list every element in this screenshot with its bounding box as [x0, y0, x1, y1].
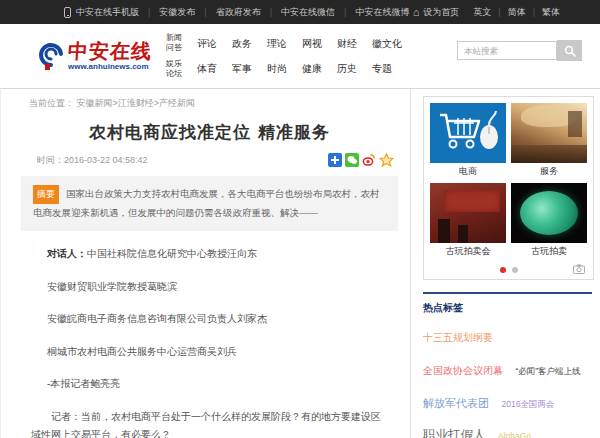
logo-swirl-icon: [36, 41, 66, 71]
article-paragraph: 桐城市农村电商公共服务中心运营商吴刘兵: [21, 343, 398, 362]
logo-title: 中安在线: [67, 41, 152, 61]
topbar-link-label[interactable]: 中安在线手机版: [76, 6, 139, 19]
topbar-link-simplified[interactable]: 简体: [491, 6, 525, 19]
article-column: 当前位置： 安徽新闻>江淮财经>产经新闻 农村电商应找准定位 精准服务 时间：2…: [1, 89, 411, 438]
nav-item-sports[interactable]: 体育: [197, 62, 217, 76]
gallery-caption: 电商: [430, 163, 506, 181]
weibo-icon[interactable]: [362, 153, 376, 167]
top-utility-bar: 中安在线手机版 安徽发布 省政府发布 中安在线微信 中安在线微博 ⌂ 设为首页 …: [0, 0, 600, 24]
gallery-caption: 服务: [511, 163, 587, 181]
logo-url: www.anhuinews.com: [68, 63, 152, 71]
hot-tag[interactable]: “必闻”客户端上线: [515, 366, 580, 376]
nav-item-video[interactable]: 网视: [302, 37, 322, 51]
site-search: [457, 40, 582, 61]
nav-item-comment[interactable]: 评论: [197, 37, 217, 51]
gallery-item-antique-auction[interactable]: 古玩拍卖: [511, 183, 587, 261]
article-paragraph: 安徽皖商电子商务信息咨询有限公司负责人刘家杰: [21, 310, 398, 329]
article-paragraph: 记者：当前，农村电商平台处于一个什么样的发展阶段？有的地方要建设区域性网上交易平…: [21, 408, 398, 438]
nav-item-fashion[interactable]: 时尚: [267, 62, 287, 76]
favorite-star-icon[interactable]: [379, 153, 394, 167]
content-area: 当前位置： 安徽新闻>江淮财经>产经新闻 农村电商应找准定位 精准服务 时间：2…: [0, 88, 600, 438]
search-button[interactable]: [557, 40, 582, 61]
nav-item-news[interactable]: 新闻: [166, 33, 182, 43]
article-paragraph: 对话人：中国社科院信息化研究中心教授汪向东: [21, 245, 398, 264]
breadcrumb-label: 当前位置：: [29, 98, 74, 108]
article-paragraph: 安徽财贸职业学院教授葛晓滨: [21, 278, 398, 297]
gallery-image-auction: [430, 183, 506, 243]
nav-item-theory[interactable]: 理论: [267, 37, 287, 51]
nav-item-ent[interactable]: 娱乐: [166, 59, 182, 69]
topbar-link-set-home[interactable]: ⌂ 设为首页: [413, 6, 460, 19]
topbar-link-gov-release[interactable]: 省政府发布: [195, 6, 260, 19]
summary-badge: 摘要: [33, 185, 59, 204]
hot-tag[interactable]: 解放军代表团: [423, 397, 489, 409]
topbar-link-weibo[interactable]: 中安在线微博: [335, 6, 409, 19]
article-summary: 摘要国家出台政策大力支持农村电商发展，各大电商平台也纷纷布局农村，农村电商发展迎…: [21, 176, 398, 231]
gallery-pager: [430, 263, 587, 277]
camera-icon: [573, 264, 585, 274]
nav-item-finance[interactable]: 财经: [337, 37, 357, 51]
gallery-caption: 古玩拍卖会: [430, 243, 506, 261]
gallery-item-ecommerce[interactable]: 电商: [430, 103, 506, 181]
nav-item-special[interactable]: 专题: [372, 62, 402, 76]
nav-item-qa[interactable]: 问答: [166, 43, 182, 53]
nav-item-forum[interactable]: 论坛: [166, 69, 182, 79]
topbar-link-mobile[interactable]: 中安在线手机版: [64, 6, 139, 19]
carousel-dot-active[interactable]: [500, 267, 506, 273]
nav-item-history[interactable]: 历史: [337, 62, 357, 76]
nav-item-military[interactable]: 军事: [232, 62, 252, 76]
topbar-link-anhui-release[interactable]: 安徽发布: [139, 6, 195, 19]
article-time: 时间：2016-03-22 04:58:42: [37, 154, 148, 167]
gallery-image-cart: [430, 103, 506, 163]
article-title: 农村电商应找准定位 精准服务: [21, 121, 398, 144]
hot-tag[interactable]: 职业打假人: [423, 428, 486, 438]
breadcrumb: 当前位置： 安徽新闻>江淮财经>产经新闻: [21, 89, 398, 116]
article-meta: 时间：2016-03-22 04:58:42: [21, 144, 398, 171]
nav-item-gov[interactable]: 政务: [232, 37, 252, 51]
hot-tags-cloud: 十三五规划纲要 全国政协会议闭幕 “必闻”客户端上线 解放军代表团 2016全国…: [423, 320, 594, 438]
gallery-image-service: [511, 103, 587, 163]
gallery-image-stone: [511, 183, 587, 243]
site-header: 中安在线 www.anhuinews.com 新闻 问答 娱乐 论坛 评论 体育…: [0, 24, 600, 88]
section-divider: [423, 292, 592, 294]
phone-icon: [64, 7, 71, 18]
nav-item-hui-culture[interactable]: 徽文化: [372, 37, 402, 51]
hot-tag[interactable]: 2016全国两会: [501, 399, 554, 409]
topbar-right-links: ⌂ 设为首页 英文 简体 繁体: [413, 6, 560, 19]
home-icon: ⌂: [413, 7, 420, 18]
wechat-icon[interactable]: [345, 153, 359, 167]
share-bar: [328, 153, 394, 167]
gallery-item-service[interactable]: 服务: [511, 103, 587, 181]
main-nav: 新闻 问答 娱乐 论坛 评论 体育 政务 军事 理论 时尚 网视 健康 财经 历…: [166, 33, 402, 80]
topbar-link-english[interactable]: 英文: [473, 6, 491, 19]
article-paragraph: -本报记者鲍亮亮: [21, 375, 398, 394]
summary-text: 国家出台政策大力支持农村电商发展，各大电商平台也纷纷布局农村，农村电商发展迎来新…: [33, 188, 380, 218]
hot-tags-title: 热点标签: [423, 301, 594, 315]
carousel-dot[interactable]: [512, 267, 518, 273]
hot-tag[interactable]: 十三五规划纲要: [423, 332, 493, 343]
sidebar: 电商 服务 古玩拍卖会: [411, 89, 600, 438]
gallery-item-auction-event[interactable]: 古玩拍卖会: [430, 183, 506, 261]
site-logo[interactable]: 中安在线 www.anhuinews.com: [36, 41, 152, 71]
hot-tag[interactable]: 全国政协会议闭幕: [423, 365, 503, 376]
topbar-left-links: 中安在线手机版 安徽发布 省政府发布 中安在线微信 中安在线微博: [64, 6, 409, 19]
hot-tag[interactable]: AlphaGo: [498, 431, 531, 438]
photo-gallery: 电商 服务 古玩拍卖会: [423, 96, 594, 280]
breadcrumb-path[interactable]: 安徽新闻>江淮财经>产经新闻: [77, 98, 196, 108]
nav-col-misc: 新闻 问答 娱乐 论坛: [166, 33, 182, 80]
nav-item-health[interactable]: 健康: [302, 62, 322, 76]
share-plus-icon[interactable]: [328, 153, 342, 167]
search-icon: [564, 45, 576, 57]
search-input[interactable]: [457, 41, 557, 60]
gallery-caption: 古玩拍卖: [511, 243, 587, 261]
topbar-link-wechat[interactable]: 中安在线微信: [261, 6, 335, 19]
topbar-link-traditional[interactable]: 繁体: [526, 6, 560, 19]
